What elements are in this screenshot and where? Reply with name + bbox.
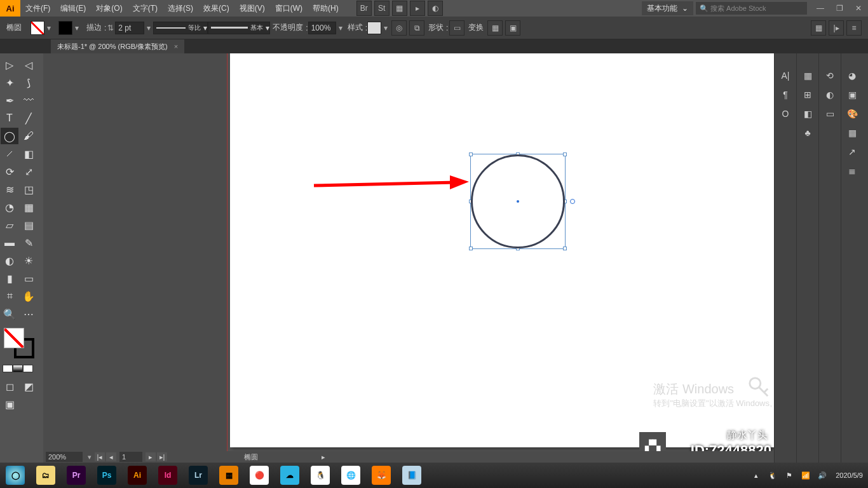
hand-tool[interactable]: ✋ (20, 288, 37, 304)
type-tool[interactable]: T (1, 110, 18, 126)
chevron-down-icon[interactable]: ▾ (72, 21, 81, 35)
line-tool[interactable]: ╱ (20, 110, 37, 126)
fill-swatch-group[interactable]: ▾ (31, 21, 53, 35)
draw-mode-normal[interactable]: ◻ (1, 378, 18, 395)
nav-last-icon[interactable]: ▸| (157, 452, 167, 461)
taskbar-clock[interactable]: 2020/5/9 (836, 471, 863, 480)
close-icon[interactable]: × (174, 43, 178, 50)
taskbar-explorer[interactable]: 🗂 (31, 463, 61, 488)
perspective-tool[interactable]: ▱ (1, 217, 18, 233)
bridge-icon[interactable]: Br (356, 1, 372, 16)
taskbar-indesign[interactable]: Id (153, 463, 183, 488)
mode-none[interactable] (23, 365, 33, 372)
scale-tool[interactable]: ⤢ (20, 163, 37, 180)
stock-icon[interactable]: St (374, 1, 390, 16)
artboard[interactable]: 激活 Windows 转到"电脑设置"以激活 Windows。 (230, 53, 774, 447)
menu-type[interactable]: 文字(T) (128, 0, 163, 17)
taskbar-photoshop[interactable]: Ps (92, 463, 122, 488)
selection-handle-nw[interactable] (469, 152, 473, 156)
draw-mode-inside[interactable]: ◩ (20, 378, 37, 395)
shaper-tool[interactable]: ⟋ (1, 146, 18, 162)
window-restore[interactable]: ❐ (831, 3, 848, 14)
taskbar-chrome[interactable]: 🌐 (336, 463, 366, 488)
menu-effect[interactable]: 效果(C) (198, 0, 234, 17)
tray-qq-icon[interactable]: 🐧 (766, 469, 779, 482)
chevron-down-icon[interactable]: ▾ (144, 21, 153, 35)
stroke-swatch-group[interactable]: ▾ (58, 21, 81, 35)
column-graph-tool[interactable]: ▮ (1, 270, 18, 287)
shape-props-icon[interactable]: ▭ (449, 20, 465, 36)
selection-handle-sw[interactable] (469, 247, 473, 250)
zoom-tool[interactable]: 🔍 (1, 306, 18, 322)
gradient-tool[interactable]: ▬ (1, 234, 18, 251)
nav-next-icon[interactable]: ▸ (146, 452, 156, 461)
style-swatch[interactable] (367, 22, 381, 34)
taskbar-premiere[interactable]: Pr (61, 463, 92, 488)
toggle-tool[interactable]: ⋯ (20, 306, 37, 322)
nav-first-icon[interactable]: |◂ (95, 452, 105, 461)
stroke-weight-field[interactable]: 2 pt (115, 22, 144, 34)
menu-view[interactable]: 视图(V) (234, 0, 270, 17)
color-panel-icon[interactable]: 🎨 (845, 107, 859, 121)
align-panel-icon[interactable]: ▦ (801, 69, 815, 83)
menu-object[interactable]: 对象(O) (91, 0, 127, 17)
taskbar-browser[interactable]: ◯ (0, 463, 31, 488)
fill-swatch[interactable] (31, 21, 44, 35)
menu-window[interactable]: 窗口(W) (270, 0, 308, 17)
tray-flag-icon[interactable]: ⚑ (783, 469, 796, 482)
stroke-swatch[interactable] (58, 21, 72, 35)
tray-up-icon[interactable]: ▴ (750, 469, 763, 482)
lasso-tool[interactable]: ⟆ (20, 74, 37, 91)
taskbar-app-video[interactable]: ▦ (214, 463, 244, 488)
panel-menu-icon[interactable]: ≡ (846, 20, 862, 36)
menu-file[interactable]: 文件(F) (20, 0, 55, 17)
status-dropdown-icon[interactable]: ▸ (322, 453, 325, 461)
variable-width-profile[interactable]: 等比▾ (153, 22, 208, 34)
brush-definition[interactable]: 基本▾ (208, 22, 270, 34)
swatches-panel-icon[interactable]: ▦ (845, 126, 859, 140)
live-paint-tool[interactable]: ▦ (20, 199, 37, 215)
ellipse-shape[interactable] (471, 154, 565, 248)
symbol-sprayer-tool[interactable]: ☀ (20, 252, 37, 269)
ellipse-tool[interactable]: ◯ (1, 128, 18, 144)
pathfinder-panel-icon[interactable]: ◧ (801, 107, 815, 121)
earth-icon[interactable]: ◐ (428, 1, 443, 16)
opentype-panel-icon[interactable]: O (778, 107, 792, 121)
panel-dock-icon[interactable]: |▸ (829, 20, 844, 36)
window-minimize[interactable]: — (812, 3, 829, 14)
magic-wand-tool[interactable]: ✦ (1, 74, 18, 91)
workspace-switcher[interactable]: 基本功能 ⌄ (642, 1, 693, 15)
chevron-down-icon[interactable]: ▾ (44, 21, 53, 35)
width-tool[interactable]: ≋ (1, 181, 18, 198)
slice-tool[interactable]: ⌗ (1, 288, 18, 304)
paintbrush-tool[interactable]: 🖌 (20, 128, 37, 144)
document-tab[interactable]: 未标题-1* @ 200% (RGB/像素预览)× (51, 39, 184, 53)
fill-box[interactable] (4, 328, 24, 348)
blend-tool[interactable]: ◐ (1, 252, 18, 269)
rotate-tool[interactable]: ⟳ (1, 163, 18, 180)
paragraph-panel-icon[interactable]: ¶ (778, 88, 792, 102)
arrange-icon[interactable]: ▦ (392, 1, 407, 16)
taskbar-illustrator[interactable]: Ai (122, 463, 153, 488)
panel-presets-icon[interactable]: ▦ (811, 20, 826, 36)
stroke-stepper[interactable]: ⇅ (106, 21, 115, 35)
zoom-field[interactable]: 200% (46, 452, 83, 462)
selection-handle-ne[interactable] (563, 152, 567, 156)
selection-handle-se[interactable] (563, 247, 567, 250)
free-transform-tool[interactable]: ◳ (20, 181, 37, 198)
menu-edit[interactable]: 编辑(E) (55, 0, 91, 17)
align-icon[interactable]: ⧉ (409, 20, 424, 36)
taskbar-notepad[interactable]: 📘 (397, 463, 427, 488)
chevron-down-icon[interactable]: ▾ (381, 21, 390, 35)
mode-gradient[interactable] (13, 365, 23, 372)
taskbar-app-ball[interactable]: 🔴 (244, 463, 275, 488)
artboard-nav-field[interactable]: 1 (119, 452, 142, 462)
direct-selection-tool[interactable]: ◁ (20, 57, 37, 73)
recolor-icon[interactable]: ◎ (391, 20, 407, 36)
transform-panel-icon[interactable]: ⊞ (801, 88, 815, 102)
taskbar-qq[interactable]: 🐧 (305, 463, 336, 488)
transparency-panel-icon[interactable]: ▭ (823, 107, 837, 121)
shape-builder-tool[interactable]: ◔ (1, 199, 18, 215)
links-panel-icon[interactable]: ↗ (845, 145, 859, 159)
chevron-down-icon[interactable]: ▾ (85, 450, 94, 463)
